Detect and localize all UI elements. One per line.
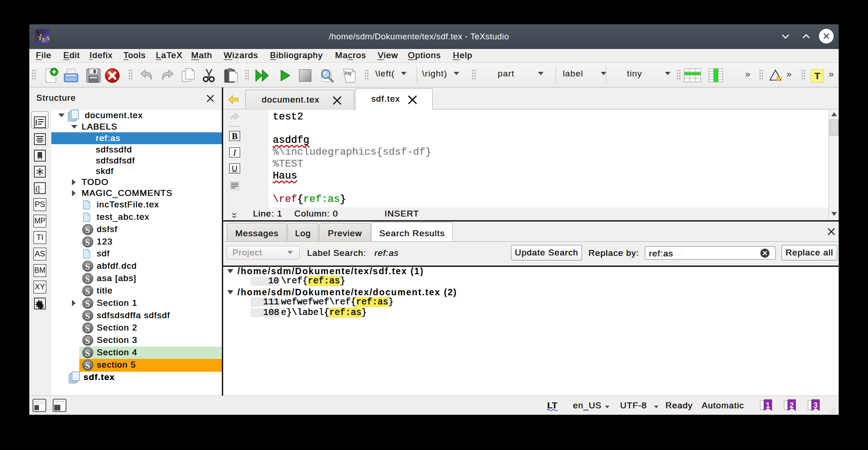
svg-text:1: 1 xyxy=(766,401,770,409)
svg-text:2: 2 xyxy=(790,401,794,409)
svg-text:3: 3 xyxy=(813,401,818,409)
svg-text:log: log xyxy=(345,70,352,76)
svg-text:([·: ([· xyxy=(35,184,43,193)
